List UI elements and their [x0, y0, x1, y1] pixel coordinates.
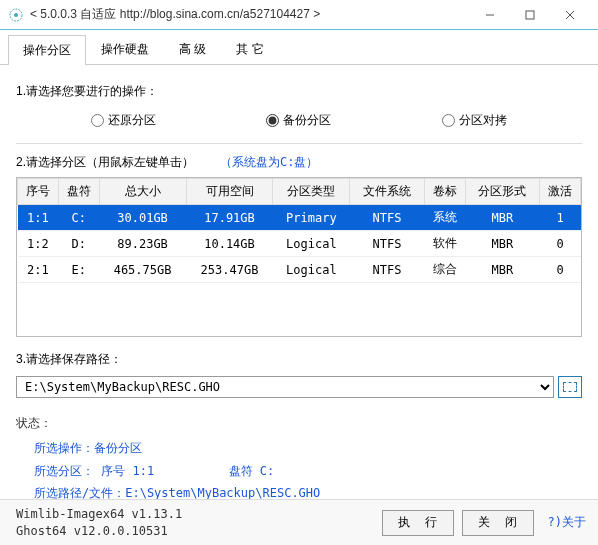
app-icon [8, 7, 24, 23]
tabbar: 操作分区操作硬盘高 级其 它 [0, 30, 598, 65]
browse-button[interactable] [558, 376, 582, 398]
table-row[interactable]: 1:1C:30.01GB17.91GBPrimaryNTFS系统MBR1 [18, 205, 581, 231]
close-app-button[interactable]: 关 闭 [462, 510, 534, 536]
radio-option-1[interactable]: 备份分区 [266, 112, 331, 129]
column-header: 序号 [18, 179, 59, 205]
table-row[interactable]: 2:1E:465.75GB253.47GBLogicalNTFS综合MBR0 [18, 257, 581, 283]
column-header: 卷标 [424, 179, 465, 205]
section2-label: 2.请选择分区（用鼠标左键单击） [16, 154, 194, 171]
version-info: Wimlib-Imagex64 v1.13.1 Ghost64 v12.0.0.… [16, 506, 374, 540]
column-header: 分区形式 [465, 179, 540, 205]
status-operation: 所选操作：备份分区 [34, 437, 582, 460]
maximize-button[interactable] [510, 1, 550, 29]
partition-table-wrap: 序号盘符总大小可用空间分区类型文件系统卷标分区形式激活 1:1C:30.01GB… [16, 177, 582, 337]
status-block: 状态： 所选操作：备份分区 所选分区： 序号 1:1 盘符 C: 所选路径/文件… [16, 410, 582, 505]
partition-table: 序号盘符总大小可用空间分区类型文件系统卷标分区形式激活 1:1C:30.01GB… [17, 178, 581, 283]
tab-2[interactable]: 高 级 [164, 34, 221, 64]
radio-option-0[interactable]: 还原分区 [91, 112, 156, 129]
svg-rect-3 [526, 11, 534, 19]
table-row[interactable]: 1:2D:89.23GB10.14GBLogicalNTFS软件MBR0 [18, 231, 581, 257]
status-header: 状态： [16, 412, 582, 435]
footer: Wimlib-Imagex64 v1.13.1 Ghost64 v12.0.0.… [0, 499, 598, 545]
status-partition: 所选分区： 序号 1:1 盘符 C: [34, 460, 582, 483]
operation-radios: 还原分区备份分区分区对拷 [16, 108, 582, 143]
column-header: 总大小 [99, 179, 186, 205]
section1-label: 1.请选择您要进行的操作： [16, 83, 582, 100]
window-title: < 5.0.0.3 自适应 http://blog.sina.com.cn/a5… [30, 6, 470, 23]
section3-label: 3.请选择保存路径： [16, 351, 582, 368]
tab-0[interactable]: 操作分区 [8, 35, 86, 65]
column-header: 盘符 [58, 179, 99, 205]
close-button[interactable] [550, 1, 590, 29]
column-header: 文件系统 [350, 179, 425, 205]
titlebar: < 5.0.0.3 自适应 http://blog.sina.com.cn/a5… [0, 0, 598, 30]
browse-icon [563, 382, 577, 392]
save-path-select[interactable]: E:\System\MyBackup\RESC.GHO [16, 376, 554, 398]
system-disk-note: （系统盘为C:盘） [220, 154, 318, 171]
column-header: 可用空间 [186, 179, 273, 205]
column-header: 激活 [540, 179, 581, 205]
minimize-button[interactable] [470, 1, 510, 29]
divider [16, 143, 582, 144]
about-link[interactable]: ?)关于 [548, 514, 586, 531]
tab-3[interactable]: 其 它 [221, 34, 278, 64]
execute-button[interactable]: 执 行 [382, 510, 454, 536]
radio-option-2[interactable]: 分区对拷 [442, 112, 507, 129]
column-header: 分区类型 [273, 179, 350, 205]
tab-1[interactable]: 操作硬盘 [86, 34, 164, 64]
svg-point-1 [14, 13, 18, 17]
